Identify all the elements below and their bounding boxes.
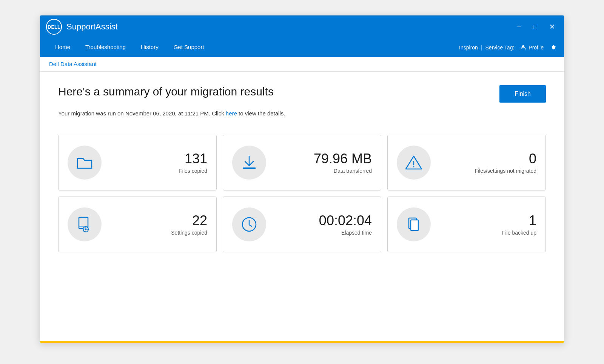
- file-backed-up-label: File backed up: [502, 230, 536, 236]
- settings-file-icon: [75, 215, 94, 234]
- bottom-accent-bar: [40, 341, 564, 343]
- files-copied-label: Files copied: [179, 168, 207, 174]
- titlebar: DELL SupportAssist − □ ✕: [40, 15, 564, 38]
- file-backed-up-info: 1 File backed up: [440, 213, 536, 236]
- migration-details-link[interactable]: here: [226, 110, 237, 117]
- stat-card-elapsed-time: 00:02:04 Elapsed time: [223, 197, 381, 252]
- service-tag-label: Service Tag:: [485, 45, 515, 51]
- migration-info-suffix: to view the details.: [237, 110, 285, 117]
- stat-card-files-copied: 131 Files copied: [58, 135, 217, 190]
- migration-info-prefix: Your migration was run on November 06, 2…: [58, 110, 226, 117]
- nav-get-support[interactable]: Get Support: [166, 38, 212, 57]
- page-header: Here's a summary of your migration resul…: [58, 85, 546, 103]
- main-content: Here's a summary of your migration resul…: [40, 72, 564, 341]
- svg-rect-1: [243, 167, 256, 169]
- not-migrated-icon-circle: [397, 146, 431, 180]
- warning-icon: [404, 153, 423, 172]
- profile-icon: [520, 45, 526, 51]
- profile-label: Profile: [528, 45, 544, 51]
- data-transferred-value: 79.96 MB: [314, 151, 372, 166]
- clock-icon: [240, 215, 259, 234]
- settings-copied-value: 22: [192, 213, 207, 228]
- stats-grid: 131 Files copied 79.96 MB Data transferr…: [58, 135, 546, 252]
- stat-card-settings-copied: 22 Settings copied: [58, 197, 217, 252]
- not-migrated-value: 0: [529, 151, 536, 166]
- elapsed-time-icon-circle: [232, 207, 266, 241]
- stat-card-not-migrated: 0 Files/settings not migrated: [387, 135, 546, 190]
- close-button[interactable]: ✕: [546, 22, 558, 32]
- data-transferred-label: Data transferred: [334, 168, 372, 174]
- subheader: Dell Data Assistant: [40, 57, 564, 72]
- nav-right: Inspiron | Service Tag: Profile: [459, 43, 556, 52]
- nav-history[interactable]: History: [133, 38, 166, 57]
- settings-copied-label: Settings copied: [171, 230, 207, 236]
- backup-file-icon: [404, 215, 423, 234]
- subheader-title: Dell Data Assistant: [49, 61, 97, 67]
- minimize-button[interactable]: −: [514, 22, 524, 32]
- not-migrated-label: Files/settings not migrated: [475, 168, 536, 174]
- svg-rect-9: [411, 220, 418, 230]
- nav-links: Home Troubleshooting History Get Support: [48, 38, 459, 57]
- settings-button[interactable]: [550, 43, 556, 52]
- svg-point-6: [85, 229, 87, 230]
- gear-icon: [550, 43, 556, 50]
- file-backed-up-icon-circle: [397, 207, 431, 241]
- svg-point-3: [413, 166, 414, 167]
- files-copied-info: 131 Files copied: [111, 151, 207, 174]
- profile-area[interactable]: Profile: [520, 45, 544, 51]
- file-backed-up-value: 1: [529, 213, 536, 228]
- stat-card-file-backed-up: 1 File backed up: [387, 197, 546, 252]
- device-name: Inspiron: [459, 45, 478, 51]
- settings-copied-icon-circle: [68, 207, 102, 241]
- data-transferred-icon-circle: [232, 146, 266, 180]
- app-window: DELL SupportAssist − □ ✕ Home Troublesho…: [40, 15, 564, 343]
- page-title: Here's a summary of your migration resul…: [58, 85, 274, 98]
- elapsed-time-label: Elapsed time: [341, 230, 372, 236]
- nav-troubleshooting[interactable]: Troubleshooting: [78, 38, 133, 57]
- stat-card-data-transferred: 79.96 MB Data transferred: [223, 135, 381, 190]
- download-icon: [240, 153, 259, 172]
- finish-button[interactable]: Finish: [499, 85, 546, 103]
- app-title: SupportAssist: [66, 22, 514, 32]
- files-copied-icon-circle: [68, 146, 102, 180]
- data-transferred-info: 79.96 MB Data transferred: [275, 151, 372, 174]
- not-migrated-info: 0 Files/settings not migrated: [440, 151, 536, 174]
- maximize-button[interactable]: □: [530, 22, 540, 32]
- navbar: Home Troubleshooting History Get Support…: [40, 38, 564, 57]
- nav-home[interactable]: Home: [48, 38, 78, 57]
- folder-icon: [75, 153, 94, 172]
- files-copied-value: 131: [185, 151, 207, 166]
- window-controls: − □ ✕: [514, 22, 558, 32]
- device-info: Inspiron | Service Tag:: [459, 45, 514, 51]
- nav-divider: |: [481, 45, 482, 51]
- elapsed-time-value: 00:02:04: [319, 213, 372, 228]
- dell-logo: DELL: [46, 19, 62, 35]
- migration-info: Your migration was run on November 06, 2…: [58, 110, 546, 117]
- settings-copied-info: 22 Settings copied: [111, 213, 207, 236]
- elapsed-time-info: 00:02:04 Elapsed time: [275, 213, 372, 236]
